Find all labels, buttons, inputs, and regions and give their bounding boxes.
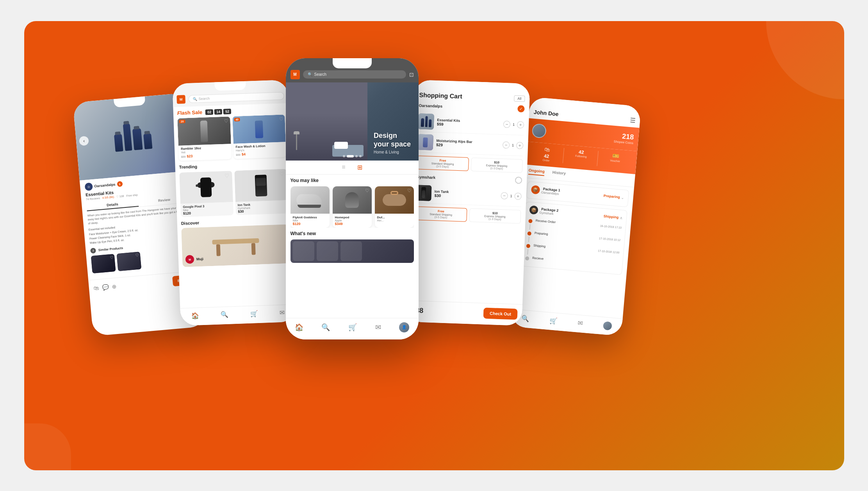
- free-shipping-opt-2[interactable]: Free Standard Shipping (3-5 Days): [415, 206, 467, 222]
- flash-product-1[interactable]: 20 ♡ Rambler 18oz Yeti $99 $23: [177, 116, 231, 161]
- shoe-body: [296, 194, 322, 206]
- trend-heart-1[interactable]: ♡: [224, 172, 230, 179]
- hero-dot-1[interactable]: [343, 155, 345, 157]
- trend-product-1[interactable]: ♡ Google Pixel 3 Nike $120: [179, 171, 233, 217]
- timeline-label-4: Recieve: [532, 256, 618, 267]
- like-1-info: Flyknit Goddess Nike $120: [291, 214, 330, 228]
- flash-sale-title: Flash Sale: [177, 109, 202, 116]
- similar-thumb-2[interactable]: ♡: [116, 252, 141, 271]
- flash-product-2[interactable]: 40 ♡ Face Wash & Lotion Harry's $69 $4: [232, 114, 286, 159]
- seller-2-check[interactable]: [515, 177, 522, 184]
- share-icon[interactable]: ⊕: [112, 283, 117, 289]
- p2-search-bar[interactable]: 🔍 Search: [188, 92, 284, 103]
- qty-plus-3[interactable]: +: [514, 193, 522, 200]
- qty-minus-2[interactable]: −: [502, 141, 510, 148]
- home-icon[interactable]: 🏠: [191, 312, 199, 320]
- cart-icon[interactable]: 🛍: [93, 284, 99, 291]
- stat-following[interactable]: 42 Following: [563, 148, 598, 166]
- search-icon[interactable]: 🔍: [321, 323, 330, 332]
- muji-logo: M: [185, 255, 194, 264]
- thermos-shape: [200, 120, 208, 142]
- cart-item-3: Ion Tank $30 − 1 +: [415, 182, 522, 207]
- free-shipping-opt[interactable]: Free Standard Shipping (3-5 Days): [416, 155, 469, 171]
- bench-leg-left: [216, 244, 220, 256]
- bed-pillow: [334, 142, 348, 149]
- express-shipping-opt-2[interactable]: $10 Express Shipping (1-3 Days): [469, 208, 521, 224]
- bottle-4: [143, 133, 152, 149]
- home-icon[interactable]: 🏠: [295, 323, 303, 332]
- likes: ♡ 108: [116, 195, 124, 198]
- timeline-line-2: [528, 236, 529, 242]
- phone-profile: John Doe ☰ 218 Shopee Coins 🛍 42 Order: [510, 96, 641, 336]
- timeline-date-2: 17-10-2018 10:12: [599, 237, 620, 241]
- bottle: [428, 119, 431, 127]
- similar-count: 7: [90, 248, 96, 254]
- duffel-icon: [383, 194, 406, 206]
- like-2-brand: Apple: [335, 219, 369, 222]
- cart-icon[interactable]: 🛒: [549, 317, 558, 325]
- bench-furniture: [212, 235, 259, 256]
- p3-search-bar[interactable]: 🔍 Search: [303, 70, 406, 79]
- product-heart-1[interactable]: ♡: [224, 118, 228, 123]
- search-icon: 🔍: [308, 72, 312, 77]
- pkg-1-header: 📦 Package 1 Oarsandalps Preparing ⌄: [531, 185, 624, 202]
- stat-order[interactable]: 🛍 42 Order: [529, 145, 564, 163]
- duffel-handle: [390, 191, 398, 195]
- product-heart-2[interactable]: ♡: [279, 116, 283, 121]
- mail-icon[interactable]: ✉: [375, 323, 381, 332]
- search-icon[interactable]: 🔍: [220, 311, 228, 318]
- hero-dot-2[interactable]: [347, 155, 354, 157]
- like-product-2[interactable]: ♡ Homepod Apple $349: [333, 186, 372, 228]
- qty-minus-3[interactable]: −: [501, 192, 508, 199]
- pkg-2-chevron[interactable]: ∧: [619, 215, 622, 220]
- thumb-heart-1[interactable]: ♡: [109, 255, 113, 260]
- express-shipping-opt[interactable]: $10 Express Shipping (1-3 Days): [471, 157, 523, 173]
- mail-icon[interactable]: ✉: [577, 319, 583, 327]
- thumb-heart-2[interactable]: ♡: [135, 253, 139, 257]
- timeline-line-1: [529, 224, 530, 229]
- like-product-1[interactable]: ♡ Flyknit Goddess Nike $120: [291, 186, 330, 228]
- cart-icon[interactable]: 🛒: [348, 323, 357, 332]
- like-product-3[interactable]: ♡ Duf... Her...: [375, 186, 414, 228]
- bottle-cap-4: [144, 130, 150, 134]
- nav-list-icon[interactable]: ≡: [342, 164, 345, 171]
- timeline-label-2: Preparing: [534, 231, 596, 240]
- trend-product-2[interactable]: ♡ Ion Tank Gymshark $30: [234, 169, 288, 215]
- item-2-img: [417, 134, 433, 150]
- trend-heart-2[interactable]: ♡: [279, 170, 285, 177]
- discover-card[interactable]: M Muji ♡: [181, 224, 290, 267]
- seller-1-check[interactable]: ✓: [517, 105, 525, 112]
- shoe-sole: [298, 205, 321, 208]
- timeline-date-1: 16-10-2018 17:13: [600, 224, 622, 229]
- chat-icon[interactable]: 💬: [102, 284, 109, 290]
- bench-leg-right: [251, 243, 255, 255]
- checkout-button[interactable]: Check Out: [483, 307, 517, 320]
- pkg-1-chevron[interactable]: ⌄: [621, 195, 624, 200]
- hero-dot-3[interactable]: [355, 155, 358, 157]
- qty-plus-2[interactable]: +: [516, 142, 523, 149]
- all-button[interactable]: All: [514, 95, 525, 102]
- hero-dot-4[interactable]: [359, 155, 362, 157]
- bottle-cap: [114, 131, 120, 135]
- shipment-timeline: Receive Order 16-10-2018 17:13 Preparing…: [525, 215, 622, 271]
- like-heart-1[interactable]: ♡: [323, 188, 327, 193]
- like-1-img: ♡: [291, 186, 330, 214]
- expand-icon[interactable]: ⊡: [409, 71, 414, 78]
- similar-thumb-1[interactable]: ♡: [91, 254, 116, 273]
- qty-minus-1[interactable]: −: [503, 121, 510, 128]
- profile-avatar[interactable]: 👤: [399, 322, 409, 332]
- stat-voucher[interactable]: 🎫 Voucher: [598, 151, 632, 169]
- mail-icon[interactable]: ✉: [279, 309, 285, 316]
- footer-avatar[interactable]: [602, 321, 612, 330]
- cart-icon[interactable]: 🛒: [250, 310, 258, 318]
- qty-plus-1[interactable]: +: [517, 121, 524, 129]
- tab-ongoing[interactable]: Ongoing: [528, 168, 544, 176]
- like-heart-2[interactable]: ♡: [365, 188, 369, 193]
- tab-details[interactable]: Details: [86, 199, 139, 211]
- tab-history[interactable]: History: [552, 170, 566, 178]
- trending-products: ♡ Google Pixel 3 Nike $120: [179, 169, 288, 217]
- nav-grid-icon[interactable]: ⊞: [357, 164, 362, 171]
- esskit-img: [418, 113, 434, 129]
- like-heart-3[interactable]: ♡: [407, 188, 412, 193]
- hamburger-icon[interactable]: ☰: [629, 116, 636, 124]
